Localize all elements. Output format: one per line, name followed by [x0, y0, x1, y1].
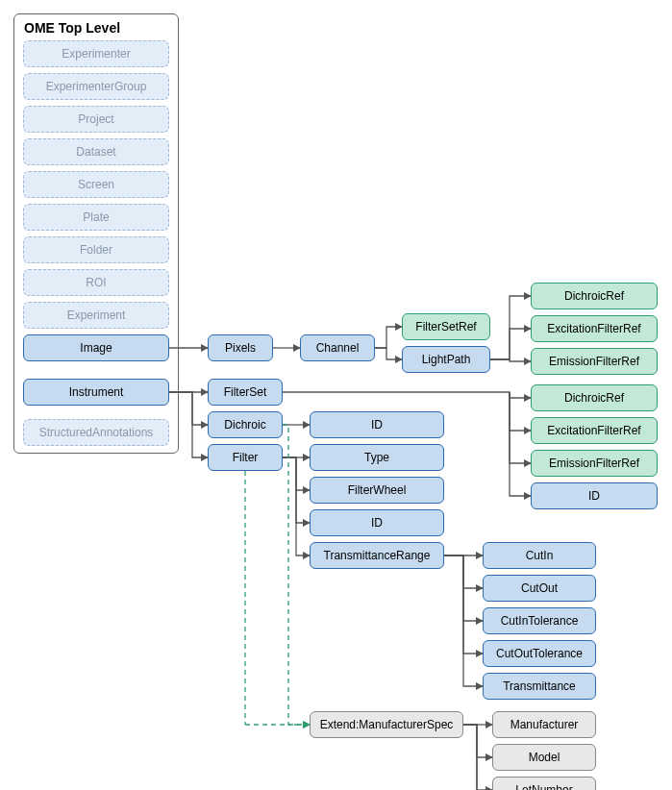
node-tr-cutout: CutOut — [483, 575, 596, 602]
node-experiment: Experiment — [23, 302, 169, 329]
node-dataset: Dataset — [23, 138, 169, 165]
node-lightpath: LightPath — [402, 346, 490, 373]
node-filter-id: ID — [310, 509, 444, 536]
node-instrument: Instrument — [23, 379, 169, 406]
node-transmittance-range: TransmittanceRange — [310, 542, 444, 569]
node-experimenter-group: ExperimenterGroup — [23, 73, 169, 100]
node-channel: Channel — [300, 334, 375, 361]
node-lp-excitation-filter-ref: ExcitationFilterRef — [531, 315, 658, 342]
node-project: Project — [23, 106, 169, 133]
node-fs-excitation-filter-ref: ExcitationFilterRef — [531, 417, 658, 444]
node-dichroic-id: ID — [310, 411, 444, 438]
node-plate: Plate — [23, 204, 169, 231]
node-filter-filterwheel: FilterWheel — [310, 477, 444, 504]
node-dichroic: Dichroic — [208, 411, 283, 438]
node-extend-manufacturer-spec: Extend:ManufacturerSpec — [310, 711, 463, 738]
node-lp-dichroic-ref: DichroicRef — [531, 283, 658, 309]
node-mfr-manufacturer: Manufacturer — [492, 711, 596, 738]
node-experimenter: Experimenter — [23, 40, 169, 67]
node-image: Image — [23, 334, 169, 361]
container-title: OME Top Level — [14, 14, 178, 39]
node-tr-cutin: CutIn — [483, 542, 596, 569]
node-tr-transmittance: Transmittance — [483, 673, 596, 700]
node-mfr-lot-number: LotNumber — [492, 777, 596, 790]
node-screen: Screen — [23, 171, 169, 198]
node-structured-annotations: StructuredAnnotations — [23, 419, 169, 446]
node-folder: Folder — [23, 236, 169, 263]
node-mfr-model: Model — [492, 744, 596, 771]
node-filter: Filter — [208, 444, 283, 471]
node-filterset-ref: FilterSetRef — [402, 313, 490, 340]
node-tr-cutin-tolerance: CutInTolerance — [483, 607, 596, 634]
node-roi: ROI — [23, 269, 169, 296]
node-tr-cutout-tolerance: CutOutTolerance — [483, 640, 596, 667]
node-pixels: Pixels — [208, 334, 273, 361]
node-fs-dichroic-ref: DichroicRef — [531, 384, 658, 411]
node-filter-type: Type — [310, 444, 444, 471]
node-filterset: FilterSet — [208, 379, 283, 406]
node-fs-id: ID — [531, 482, 658, 509]
node-fs-emission-filter-ref: EmissionFilterRef — [531, 450, 658, 477]
node-lp-emission-filter-ref: EmissionFilterRef — [531, 348, 658, 375]
